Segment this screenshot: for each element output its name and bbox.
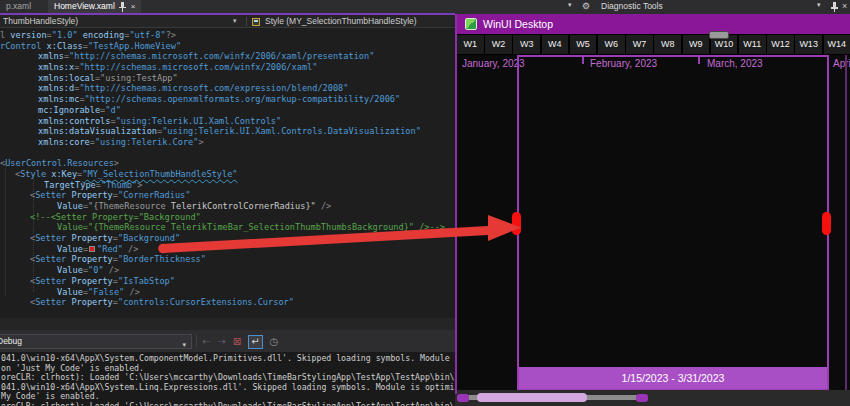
week-cell[interactable]: W9 bbox=[683, 35, 710, 54]
code-line: <Setter Property="controls:CursorExtensi… bbox=[0, 297, 455, 308]
month-label: January, 2023 bbox=[462, 58, 525, 69]
diagnostic-tools-tab[interactable]: Diagnostic Tools bbox=[601, 1, 663, 11]
week-cell[interactable]: W1 bbox=[457, 35, 484, 54]
output-toolbar-icons: ⇠⇢⊠↵◷ bbox=[202, 334, 278, 349]
winui-desktop-window: WinUI Desktop W1W2W3W4W5W6W7W8W9W10W11W1… bbox=[455, 14, 850, 406]
tab-app-xaml[interactable]: p.xaml bbox=[0, 0, 37, 13]
week-cell[interactable]: W4 bbox=[542, 35, 569, 54]
scrollbar-thumb[interactable] bbox=[477, 393, 587, 402]
week-cell[interactable]: W12 bbox=[767, 35, 794, 54]
week-header-row: W1W2W3W4W5W6W7W8W9W10W11W12W13W14 bbox=[457, 34, 850, 55]
code-line: xmlns:dataVisualization="using:Telerik.U… bbox=[0, 126, 455, 137]
code-line: xmlns:local="using:TestApp" bbox=[0, 73, 455, 84]
vs-right-top-strip: ▾ ⚙ Diagnostic Tools ▾ × bbox=[455, 0, 850, 14]
screenshot-root: p.xaml HomeView.xaml × ThumbHandleStyle)… bbox=[0, 0, 850, 406]
code-line: xmlns:mc="http://schemas.openxmlformats.… bbox=[0, 94, 455, 105]
week-cell[interactable]: W6 bbox=[598, 35, 625, 54]
week-cell[interactable]: W14 bbox=[824, 35, 850, 54]
divider bbox=[246, 17, 247, 26]
gear-icon[interactable]: ⚙ bbox=[582, 1, 590, 11]
timebar-selection[interactable] bbox=[517, 55, 829, 391]
document-tab-bar: p.xaml HomeView.xaml × bbox=[0, 0, 455, 13]
timestamp-icon[interactable]: ◷ bbox=[270, 335, 279, 349]
output-pane[interactable]: 041.0\win10-x64\AppX\System.ComponentMod… bbox=[0, 352, 455, 406]
code-line: rControl x:Class="TestApp.HomeView" bbox=[0, 41, 455, 52]
code-line: <Setter Property="BorderThickness" bbox=[0, 254, 455, 265]
pin-icon[interactable] bbox=[830, 2, 838, 12]
code-line: Value="{ThemeResource TelerikControlCorn… bbox=[0, 201, 455, 212]
chevron-down-icon[interactable]: ▾ bbox=[233, 17, 237, 25]
code-line: <Setter Property="Background" bbox=[0, 233, 455, 244]
tab-label: p.xaml bbox=[6, 1, 31, 11]
code-line: Value="Red" /> bbox=[0, 244, 455, 255]
close-icon[interactable]: × bbox=[842, 1, 847, 11]
close-icon[interactable]: × bbox=[131, 0, 136, 13]
scrollbar-left-cap[interactable] bbox=[457, 394, 469, 402]
visual-studio-pane: p.xaml HomeView.xaml × ThumbHandleStyle)… bbox=[0, 0, 455, 406]
selection-thumb-left[interactable] bbox=[512, 212, 521, 235]
week-cell[interactable]: W11 bbox=[739, 35, 766, 54]
code-line: <Setter Property="CornerRadius" bbox=[0, 190, 455, 201]
scrollbar-right-cap[interactable] bbox=[636, 394, 648, 402]
selection-range-bar: 1/15/2023 - 3/31/2023 bbox=[519, 367, 827, 389]
code-line: TargetType="Thumb"> bbox=[0, 180, 455, 191]
chevron-down-icon: ▾ bbox=[182, 338, 186, 349]
code-line: <!--<Setter Property="Background" bbox=[0, 212, 455, 223]
code-line: Value="0" /> bbox=[0, 265, 455, 276]
code-line: <Setter Property="IsTabStop" bbox=[0, 276, 455, 287]
month-label: April, 2023 bbox=[833, 58, 850, 69]
dropdown-value: Debug bbox=[0, 336, 22, 346]
code-lines: l version="1.0" encoding="utf-8"?>rContr… bbox=[0, 30, 455, 308]
word-wrap-icon[interactable]: ↵ bbox=[248, 335, 262, 349]
pin-icon[interactable] bbox=[119, 2, 127, 12]
chevron-down-icon[interactable]: ▾ bbox=[568, 1, 572, 9]
code-line: xmlns="http://schemas.microsoft.com/winf… bbox=[0, 51, 455, 62]
divider bbox=[196, 335, 197, 347]
output-toolbar: Debug ▾ ⇠⇢⊠↵◷ bbox=[0, 330, 455, 352]
member-dropdown[interactable]: ThumbHandleStyle) bbox=[3, 16, 78, 26]
tab-label: HomeView.xaml bbox=[54, 0, 115, 13]
month-separator-line bbox=[845, 55, 847, 391]
chevron-down-icon[interactable]: ▾ bbox=[817, 1, 821, 9]
window-title: WinUI Desktop bbox=[483, 14, 553, 34]
code-line: <Style x:Key="MY_SelectionThumbHandleSty… bbox=[0, 169, 455, 180]
week-cell[interactable]: W7 bbox=[626, 35, 653, 54]
code-line: Value="{ThemeResource TelerikTimeBar_Sel… bbox=[0, 222, 455, 233]
scrollbar-pill[interactable] bbox=[709, 31, 729, 39]
code-line: <UserControl.Resources> bbox=[0, 158, 455, 169]
show-output-from-dropdown[interactable]: Debug ▾ bbox=[0, 334, 192, 349]
style-icon bbox=[252, 18, 260, 26]
window-titlebar[interactable]: WinUI Desktop bbox=[455, 14, 850, 34]
code-line bbox=[0, 148, 455, 159]
tab-homeview-xaml[interactable]: HomeView.xaml × bbox=[48, 0, 141, 13]
style-dropdown[interactable]: Style (MY_SelectionThumbHandleStyle) bbox=[265, 16, 417, 26]
week-cell[interactable]: W2 bbox=[485, 35, 512, 54]
pane-separator bbox=[0, 318, 455, 330]
color-swatch-icon[interactable] bbox=[89, 246, 95, 252]
selection-thumb-right[interactable] bbox=[822, 212, 831, 235]
timebar-scrollbar bbox=[455, 390, 850, 406]
code-line: xmlns:d="http://schemas.microsoft.com/ex… bbox=[0, 83, 455, 94]
code-line: xmlns:core="using:Telerik.Core"> bbox=[0, 137, 455, 148]
clear-all-icon[interactable]: ⊠ bbox=[233, 335, 241, 349]
selection-range-label: 1/15/2023 - 3/31/2023 bbox=[622, 372, 725, 384]
week-cell[interactable]: W5 bbox=[570, 35, 597, 54]
code-line: mc:Ignorable="d" bbox=[0, 105, 455, 116]
editor-navigation-bar: ThumbHandleStyle) ▾ Style (MY_SelectionT… bbox=[0, 15, 455, 28]
window-left-border bbox=[455, 14, 457, 394]
app-icon bbox=[465, 18, 477, 30]
week-cell[interactable]: W3 bbox=[513, 35, 540, 54]
find-prev-icon[interactable]: ⇠ bbox=[202, 335, 210, 349]
output-lines: 041.0\win10-x64\AppX\System.ComponentMod… bbox=[1, 354, 455, 406]
code-line: l version="1.0" encoding="utf-8"?> bbox=[0, 30, 455, 41]
code-line: Value="False" /> bbox=[0, 287, 455, 298]
output-line: oreCLR: clrhost): Loaded 'C:\Users\mccar… bbox=[1, 402, 455, 406]
xaml-code-editor[interactable]: l version="1.0" encoding="utf-8"?>rContr… bbox=[0, 28, 455, 318]
week-cell[interactable]: W8 bbox=[654, 35, 681, 54]
code-line: xmlns:controls="using:Telerik.UI.Xaml.Co… bbox=[0, 116, 455, 127]
code-line: xmlns:x="http://schemas.microsoft.com/wi… bbox=[0, 62, 455, 73]
week-cell[interactable]: W13 bbox=[795, 35, 822, 54]
find-next-icon[interactable]: ⇢ bbox=[217, 335, 225, 349]
